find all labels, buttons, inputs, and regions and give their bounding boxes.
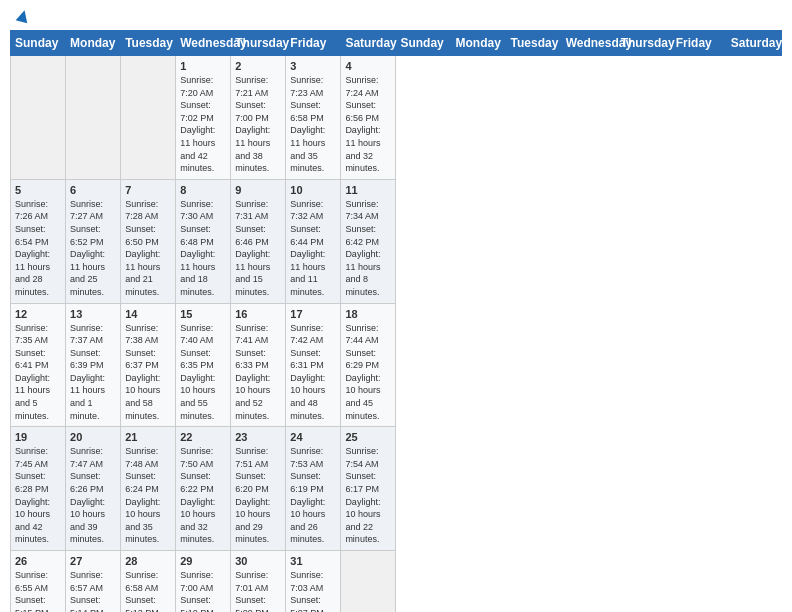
day-number: 14 — [125, 308, 171, 320]
day-header-tuesday: Tuesday — [121, 31, 176, 56]
sunset-text: Sunset: 5:15 PM — [15, 595, 49, 612]
sunset-text: Sunset: 5:09 PM — [235, 595, 269, 612]
sunset-text: Sunset: 6:17 PM — [345, 471, 379, 494]
sunrise-text: Sunrise: 7:48 AM — [125, 446, 158, 469]
calendar-cell: 14 Sunrise: 7:38 AM Sunset: 6:37 PM Dayl… — [121, 303, 176, 427]
daylight-text: Daylight: 10 hours and 48 minutes. — [290, 373, 325, 421]
calendar-cell — [121, 56, 176, 180]
calendar-cell: 13 Sunrise: 7:37 AM Sunset: 6:39 PM Dayl… — [66, 303, 121, 427]
calendar-cell: 15 Sunrise: 7:40 AM Sunset: 6:35 PM Dayl… — [176, 303, 231, 427]
sunset-text: Sunset: 5:14 PM — [70, 595, 104, 612]
daylight-text: Daylight: 10 hours and 35 minutes. — [125, 497, 160, 545]
calendar-table: SundayMondayTuesdayWednesdayThursdayFrid… — [10, 30, 782, 612]
sunset-text: Sunset: 6:28 PM — [15, 471, 49, 494]
day-info: Sunrise: 7:32 AM Sunset: 6:44 PM Dayligh… — [290, 198, 336, 299]
day-info: Sunrise: 7:54 AM Sunset: 6:17 PM Dayligh… — [345, 445, 391, 546]
calendar-cell: 4 Sunrise: 7:24 AM Sunset: 6:56 PM Dayli… — [341, 56, 396, 180]
day-number: 5 — [15, 184, 61, 196]
daylight-text: Daylight: 11 hours and 1 minute. — [70, 373, 105, 421]
daylight-text: Daylight: 10 hours and 42 minutes. — [15, 497, 50, 545]
day-info: Sunrise: 6:57 AM Sunset: 5:14 PM Dayligh… — [70, 569, 116, 612]
calendar-cell: 21 Sunrise: 7:48 AM Sunset: 6:24 PM Dayl… — [121, 427, 176, 551]
day-header-thursday: Thursday — [616, 31, 671, 56]
day-header-sunday: Sunday — [396, 31, 451, 56]
daylight-text: Daylight: 11 hours and 15 minutes. — [235, 249, 270, 297]
day-number: 19 — [15, 431, 61, 443]
daylight-text: Daylight: 11 hours and 25 minutes. — [70, 249, 105, 297]
sunset-text: Sunset: 6:24 PM — [125, 471, 159, 494]
day-number: 22 — [180, 431, 226, 443]
calendar-cell: 10 Sunrise: 7:32 AM Sunset: 6:44 PM Dayl… — [286, 179, 341, 303]
day-info: Sunrise: 7:41 AM Sunset: 6:33 PM Dayligh… — [235, 322, 281, 423]
sunrise-text: Sunrise: 7:03 AM — [290, 570, 323, 593]
day-info: Sunrise: 7:50 AM Sunset: 6:22 PM Dayligh… — [180, 445, 226, 546]
sunset-text: Sunset: 5:10 PM — [180, 595, 214, 612]
sunset-text: Sunset: 6:29 PM — [345, 348, 379, 371]
day-number: 17 — [290, 308, 336, 320]
day-number: 8 — [180, 184, 226, 196]
calendar-cell: 25 Sunrise: 7:54 AM Sunset: 6:17 PM Dayl… — [341, 427, 396, 551]
calendar-cell — [341, 551, 396, 613]
sunrise-text: Sunrise: 7:27 AM — [70, 199, 103, 222]
day-header-saturday: Saturday — [726, 31, 781, 56]
calendar-week-4: 19 Sunrise: 7:45 AM Sunset: 6:28 PM Dayl… — [11, 427, 782, 551]
sunset-text: Sunset: 5:12 PM — [125, 595, 159, 612]
day-info: Sunrise: 7:24 AM Sunset: 6:56 PM Dayligh… — [345, 74, 391, 175]
calendar-cell: 27 Sunrise: 6:57 AM Sunset: 5:14 PM Dayl… — [66, 551, 121, 613]
sunset-text: Sunset: 6:58 PM — [290, 100, 324, 123]
day-number: 21 — [125, 431, 171, 443]
day-info: Sunrise: 6:58 AM Sunset: 5:12 PM Dayligh… — [125, 569, 171, 612]
day-header-wednesday: Wednesday — [561, 31, 616, 56]
sunset-text: Sunset: 5:07 PM — [290, 595, 324, 612]
day-info: Sunrise: 7:53 AM Sunset: 6:19 PM Dayligh… — [290, 445, 336, 546]
day-number: 24 — [290, 431, 336, 443]
day-info: Sunrise: 7:31 AM Sunset: 6:46 PM Dayligh… — [235, 198, 281, 299]
calendar-cell: 24 Sunrise: 7:53 AM Sunset: 6:19 PM Dayl… — [286, 427, 341, 551]
daylight-text: Daylight: 11 hours and 8 minutes. — [345, 249, 380, 297]
sunrise-text: Sunrise: 7:20 AM — [180, 75, 213, 98]
calendar-cell: 8 Sunrise: 7:30 AM Sunset: 6:48 PM Dayli… — [176, 179, 231, 303]
daylight-text: Daylight: 10 hours and 32 minutes. — [180, 497, 215, 545]
sunset-text: Sunset: 6:20 PM — [235, 471, 269, 494]
day-number: 4 — [345, 60, 391, 72]
day-number: 2 — [235, 60, 281, 72]
sunrise-text: Sunrise: 7:24 AM — [345, 75, 378, 98]
daylight-text: Daylight: 11 hours and 38 minutes. — [235, 125, 270, 173]
sunset-text: Sunset: 6:22 PM — [180, 471, 214, 494]
day-header-monday: Monday — [451, 31, 506, 56]
day-info: Sunrise: 7:28 AM Sunset: 6:50 PM Dayligh… — [125, 198, 171, 299]
day-number: 12 — [15, 308, 61, 320]
sunset-text: Sunset: 6:52 PM — [70, 224, 104, 247]
day-number: 7 — [125, 184, 171, 196]
sunset-text: Sunset: 6:33 PM — [235, 348, 269, 371]
calendar-week-3: 12 Sunrise: 7:35 AM Sunset: 6:41 PM Dayl… — [11, 303, 782, 427]
day-number: 9 — [235, 184, 281, 196]
daylight-text: Daylight: 10 hours and 45 minutes. — [345, 373, 380, 421]
calendar-cell: 3 Sunrise: 7:23 AM Sunset: 6:58 PM Dayli… — [286, 56, 341, 180]
daylight-text: Daylight: 11 hours and 18 minutes. — [180, 249, 215, 297]
day-info: Sunrise: 7:21 AM Sunset: 7:00 PM Dayligh… — [235, 74, 281, 175]
calendar-cell: 12 Sunrise: 7:35 AM Sunset: 6:41 PM Dayl… — [11, 303, 66, 427]
daylight-text: Daylight: 10 hours and 52 minutes. — [235, 373, 270, 421]
day-number: 27 — [70, 555, 116, 567]
day-number: 15 — [180, 308, 226, 320]
day-info: Sunrise: 7:47 AM Sunset: 6:26 PM Dayligh… — [70, 445, 116, 546]
sunset-text: Sunset: 6:48 PM — [180, 224, 214, 247]
sunrise-text: Sunrise: 7:23 AM — [290, 75, 323, 98]
sunrise-text: Sunrise: 7:01 AM — [235, 570, 268, 593]
sunrise-text: Sunrise: 7:54 AM — [345, 446, 378, 469]
calendar-week-2: 5 Sunrise: 7:26 AM Sunset: 6:54 PM Dayli… — [11, 179, 782, 303]
day-info: Sunrise: 7:30 AM Sunset: 6:48 PM Dayligh… — [180, 198, 226, 299]
sunrise-text: Sunrise: 7:35 AM — [15, 323, 48, 346]
day-info: Sunrise: 7:20 AM Sunset: 7:02 PM Dayligh… — [180, 74, 226, 175]
calendar-cell: 28 Sunrise: 6:58 AM Sunset: 5:12 PM Dayl… — [121, 551, 176, 613]
day-header-friday: Friday — [671, 31, 726, 56]
calendar-cell — [66, 56, 121, 180]
calendar-cell: 9 Sunrise: 7:31 AM Sunset: 6:46 PM Dayli… — [231, 179, 286, 303]
day-info: Sunrise: 7:51 AM Sunset: 6:20 PM Dayligh… — [235, 445, 281, 546]
sunset-text: Sunset: 6:31 PM — [290, 348, 324, 371]
sunrise-text: Sunrise: 7:51 AM — [235, 446, 268, 469]
sunrise-text: Sunrise: 7:28 AM — [125, 199, 158, 222]
sunset-text: Sunset: 6:56 PM — [345, 100, 379, 123]
day-header-thursday: Thursday — [231, 31, 286, 56]
